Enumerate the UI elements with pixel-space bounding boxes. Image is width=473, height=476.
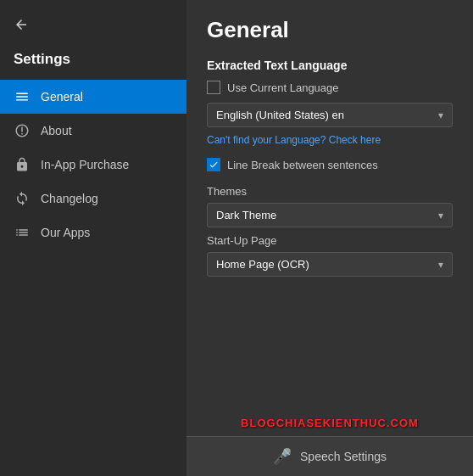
- line-break-row: Line Break between sentences: [207, 158, 453, 171]
- ourapps-icon: [14, 224, 31, 241]
- sidebar-item-general-label: General: [41, 90, 83, 104]
- use-current-language-label: Use Current Language: [227, 81, 339, 94]
- use-current-language-row: Use Current Language: [207, 81, 453, 94]
- speech-settings-label: Speech Settings: [300, 450, 387, 463]
- speech-settings-bar[interactable]: 🎤 Speech Settings: [186, 436, 473, 476]
- language-dropdown-value: English (United States) en: [216, 109, 344, 121]
- themes-dropdown-arrow: ▾: [438, 210, 443, 221]
- themes-dropdown-value: Dark Theme: [216, 209, 276, 221]
- language-dropdown-arrow: ▾: [438, 109, 443, 121]
- extracted-text-language-label: Extracted Text Language: [207, 59, 453, 72]
- startup-section-label: Start-Up Page: [207, 234, 453, 247]
- watermark: BLOGCHIASEKIENTHUC.COM: [186, 417, 473, 429]
- sidebar-item-about[interactable]: About: [0, 114, 186, 148]
- microphone-icon: 🎤: [273, 447, 292, 466]
- sidebar-item-inapp-label: In-App Purchase: [41, 158, 129, 171]
- sidebar-item-inapp[interactable]: In-App Purchase: [0, 148, 186, 182]
- changelog-icon: [14, 190, 31, 207]
- page-title: General: [207, 17, 453, 43]
- startup-dropdown-arrow: ▾: [438, 259, 443, 271]
- themes-dropdown[interactable]: Dark Theme ▾: [207, 203, 453, 227]
- sidebar-item-ourapps-label: Our Apps: [41, 226, 90, 239]
- sidebar-item-changelog-label: Changelog: [41, 192, 98, 205]
- startup-dropdown-value: Home Page (OCR): [216, 258, 309, 271]
- general-icon: [14, 88, 31, 105]
- main-content: General Extracted Text Language Use Curr…: [186, 0, 473, 476]
- settings-title: Settings: [0, 48, 186, 80]
- use-current-language-checkbox[interactable]: [207, 81, 220, 94]
- themes-section-label: Themes: [207, 185, 453, 198]
- about-icon: [14, 122, 31, 139]
- language-dropdown[interactable]: English (United States) en ▾: [207, 103, 453, 127]
- sidebar-item-ourapps[interactable]: Our Apps: [0, 216, 186, 249]
- sidebar-item-general[interactable]: General: [0, 80, 186, 114]
- sidebar-item-changelog[interactable]: Changelog: [0, 182, 186, 216]
- back-button[interactable]: [0, 8, 186, 48]
- sidebar: Settings General About In-App Purchase: [0, 0, 186, 476]
- cant-find-language-link[interactable]: Can't find your Language? Check here: [207, 134, 453, 146]
- startup-dropdown[interactable]: Home Page (OCR) ▾: [207, 252, 453, 277]
- line-break-label: Line Break between sentences: [227, 159, 378, 171]
- inapp-icon: [14, 156, 31, 173]
- sidebar-item-about-label: About: [41, 124, 72, 137]
- line-break-checkbox[interactable]: [207, 158, 220, 171]
